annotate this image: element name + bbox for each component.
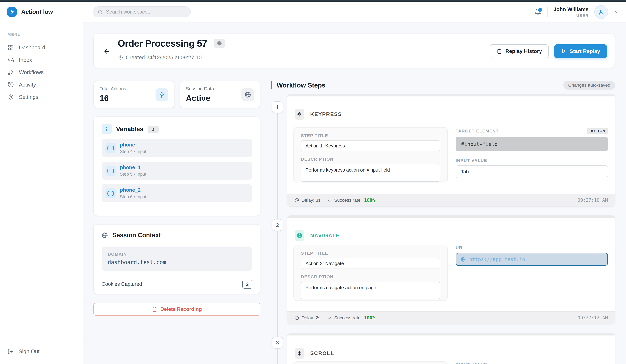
step-title-input[interactable]: [301, 258, 440, 269]
created-row: Created 24/12/2025 at 09:27:10: [118, 54, 202, 61]
sidebar-item-dashboard[interactable]: Dashboard: [0, 41, 83, 54]
lightning-icon: [156, 88, 168, 101]
stat-value: Active: [186, 94, 214, 103]
sidebar-item-inbox[interactable]: Inbox: [0, 54, 83, 66]
variable-name: phone_2: [120, 187, 146, 193]
app-logo: ActionFlow: [0, 2, 83, 17]
description-textarea[interactable]: Performs navigate action on page: [301, 282, 440, 299]
domain-value: dashboard.test.com: [108, 259, 246, 265]
variable-meta: Step 5 • Input: [120, 172, 146, 177]
url-value: https://app.test.io: [469, 256, 525, 262]
accent-bar: [271, 81, 273, 89]
inbox-icon: [7, 57, 14, 63]
step-right-fields: TARGET ELEMENT BUTTON #input-field INPUT…: [456, 128, 608, 178]
sidebar-item-label: Workflows: [19, 69, 44, 75]
sign-out-label: Sign Out: [19, 348, 39, 355]
check-icon: [328, 198, 332, 202]
globe-icon: [461, 257, 466, 262]
sign-out-icon: [7, 348, 14, 355]
chevron-down-icon[interactable]: [614, 9, 620, 15]
variable-item-phone[interactable]: { } phone Step 4 • Input: [102, 139, 252, 157]
step-footer: Delay: 2s Success rate: 100% 09:27:12 AM: [287, 311, 615, 324]
user-role: USER: [553, 13, 588, 18]
input-value-field[interactable]: [456, 165, 608, 178]
activity-history-icon: [7, 81, 14, 88]
delay-text: Delay: 3s: [301, 198, 320, 203]
sidebar-item-label: Settings: [19, 94, 38, 100]
variable-item-phone-1[interactable]: { } phone_1 Step 5 • Input: [102, 162, 252, 180]
url-input[interactable]: https://app.test.io: [456, 253, 608, 266]
domain-box: DOMAIN dashboard.test.com: [102, 247, 252, 271]
created-text: Created 24/12/2025 at 09:27:10: [126, 54, 202, 61]
step-type-label: SCROLL: [310, 350, 334, 356]
clipboard-icon: [497, 48, 502, 54]
sign-out-button[interactable]: Sign Out: [0, 340, 83, 364]
delete-recording-button[interactable]: Delete Recording: [93, 303, 260, 316]
sidebar-item-label: Dashboard: [19, 44, 45, 51]
scroll-updown-icon: [295, 348, 304, 359]
page-title: Order Processing 57: [118, 38, 207, 49]
timeline-line: [277, 107, 278, 364]
step-right-fields: URL https://app.test.io: [456, 245, 608, 266]
step-card-scroll: SCROLL STEP TITLE INPUT VALUE: [287, 333, 615, 364]
workflow-steps-title: Workflow Steps: [277, 82, 325, 89]
clock-icon: [295, 316, 299, 320]
user-name: John Williams: [553, 6, 588, 12]
main-content: Order Processing 57 Created 24/12/2025 a…: [83, 23, 626, 364]
step-fields-panel: STEP TITLE: [293, 362, 448, 364]
notification-dot: [538, 7, 543, 12]
variables-count-badge: 3: [148, 126, 159, 133]
search-icon: [97, 9, 103, 14]
variable-item-phone-2[interactable]: { } phone_2 Step 6 • Input: [102, 184, 252, 202]
clock-icon: [295, 198, 299, 203]
braces-icon: { }: [106, 143, 116, 153]
window-top-strip: [0, 0, 626, 2]
sidebar-item-workflows[interactable]: Workflows: [0, 66, 83, 78]
globe-icon: [102, 232, 108, 239]
navigate-globe-icon: [295, 230, 304, 241]
variable-name: phone_1: [120, 165, 146, 170]
sidebar: ActionFlow MENU Dashboard Inbox Workfl: [0, 2, 83, 364]
sidebar-nav: Dashboard Inbox Workflows Activity: [0, 41, 83, 103]
step-title-input[interactable]: [301, 141, 440, 151]
success-rate-value: 100%: [364, 315, 375, 321]
avatar[interactable]: [594, 5, 608, 19]
target-element-label: TARGET ELEMENT: [456, 129, 499, 134]
url-label: URL: [456, 245, 465, 250]
sidebar-item-label: Inbox: [19, 57, 32, 63]
success-rate-value: 100%: [364, 197, 375, 203]
step-card-keypress: KEYPRESS STEP TITLE DESCRIPTION Performs…: [287, 94, 615, 207]
card-top-strip: [287, 333, 615, 335]
step-timestamp: 09:27:12 AM: [578, 315, 608, 321]
start-replay-label: Start Replay: [570, 48, 600, 54]
sidebar-item-activity[interactable]: Activity: [0, 78, 83, 91]
description-label: DESCRIPTION: [301, 274, 440, 279]
clock-icon: [118, 55, 123, 60]
step-number-badge: 2: [272, 219, 283, 231]
start-replay-button[interactable]: Start Replay: [554, 44, 607, 58]
delay-text: Delay: 2s: [301, 315, 320, 321]
step-type-label: NAVIGATE: [310, 232, 340, 239]
topbar-divider: [547, 7, 548, 17]
stat-card-session-data: Session Data Active: [180, 81, 260, 108]
back-arrow-icon[interactable]: [103, 48, 111, 55]
search-input[interactable]: [106, 9, 186, 15]
dots-vertical-icon[interactable]: [102, 124, 112, 134]
notifications-bell-icon[interactable]: [534, 8, 541, 16]
status-badge[interactable]: [214, 39, 225, 48]
cookies-label: Cookies Captured: [102, 281, 142, 287]
step-fields-panel: STEP TITLE DESCRIPTION Performs navigate…: [293, 245, 448, 301]
replay-history-label: Replay History: [505, 48, 542, 54]
delete-recording-label: Delete Recording: [160, 306, 202, 312]
stat-label: Total Actions: [100, 86, 126, 92]
card-top-strip: [287, 95, 615, 96]
lightning-logo-icon: [7, 7, 17, 17]
keypress-lightning-icon: [295, 109, 304, 120]
variable-meta: Step 4 • Input: [120, 149, 146, 154]
play-icon: [561, 49, 566, 54]
sidebar-item-settings[interactable]: Settings: [0, 91, 83, 103]
check-icon: [328, 316, 332, 320]
description-textarea[interactable]: Performs keypress action on #input-field: [301, 164, 440, 182]
replay-history-button[interactable]: Replay History: [490, 44, 549, 58]
success-rate-label: Success rate:: [334, 198, 362, 203]
